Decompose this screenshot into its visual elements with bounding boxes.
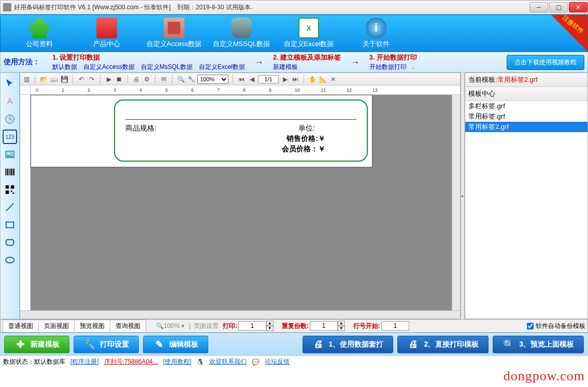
ribbon-about[interactable]: i关于软件	[342, 18, 410, 49]
tab-query[interactable]: 查询视图	[110, 320, 146, 332]
clock-tool[interactable]	[3, 112, 17, 126]
ellipse-tool[interactable]	[3, 253, 17, 267]
help-steps-row: 使用方法： 1. 设置打印数据默认数据 自定义Access数据 自定义MsSQL…	[0, 52, 588, 73]
vertical-ruler	[20, 95, 31, 310]
vertical-scrollbar[interactable]	[452, 95, 460, 310]
spin-down[interactable]: ▼	[266, 326, 274, 331]
left-toolbox: A 123	[0, 73, 20, 319]
text-tool[interactable]: A	[3, 94, 17, 109]
line-start-input[interactable]	[381, 321, 409, 331]
svg-rect-9	[6, 240, 14, 246]
pencil-icon: ✎	[153, 338, 165, 351]
line-tool[interactable]	[3, 200, 17, 214]
pointer-tool[interactable]	[3, 77, 17, 91]
arrow-icon: →	[351, 57, 360, 68]
app-icon	[3, 3, 11, 11]
register-corner[interactable]: 注册软件	[551, 15, 587, 51]
autobackup-checkbox[interactable]	[527, 323, 534, 329]
editor-toolbar: ▥ 📂 📖 💾 ↶ ↷ ▶ ⏹ 🖨 ⚙ ✉ 🔍 🔧 100% ⏮ ◀ ▶	[20, 73, 460, 85]
close-button[interactable]: ✕	[569, 2, 587, 12]
download-tutorial-button[interactable]: 点击下载使用视频教程	[507, 55, 584, 70]
spin-up[interactable]: ▲	[266, 321, 274, 326]
redo-icon[interactable]: ↷	[88, 75, 96, 83]
label-template[interactable]: 商品规格:单位: 销售价格:￥ 会员价格：￥	[114, 99, 368, 162]
direct-print-button[interactable]: 🖨2、直接打印模板	[397, 336, 489, 353]
contact-link[interactable]: 欢迎联系我们	[209, 357, 247, 366]
view-tabs-row: 普通视图 页面视图 预览视图 查询视图 🔍 100% ▾ | 页面设置 打印:▲…	[0, 319, 588, 333]
tool-icon[interactable]: 🔧	[187, 75, 195, 83]
ribbon-product[interactable]: 产品中心	[73, 18, 140, 49]
open-icon[interactable]: 📂	[39, 75, 48, 83]
undo-icon[interactable]: ↶	[77, 75, 85, 83]
horizontal-scrollbar[interactable]	[20, 310, 460, 319]
data-status: 数据状态：默认数据库	[3, 357, 65, 366]
maximize-button[interactable]: ▢	[549, 2, 568, 12]
stop-icon[interactable]: ⏹	[115, 75, 123, 83]
edit-template-button[interactable]: ✎编辑模板	[143, 336, 208, 353]
rect-tool[interactable]	[3, 218, 17, 232]
barcode-tool[interactable]	[3, 165, 17, 179]
printset-icon[interactable]: ⚙	[142, 75, 151, 83]
printer-icon: 🖨	[312, 338, 325, 351]
doclist-icon[interactable]: ▥	[22, 75, 31, 83]
first-page-icon[interactable]: ⏮	[237, 75, 246, 83]
pageset-link[interactable]: 页面设置	[194, 322, 219, 331]
key-icon	[164, 18, 184, 38]
help-step-1[interactable]: 1. 设置打印数据默认数据 自定义Access数据 自定义MsSQL数据 自定义…	[52, 53, 245, 71]
repeat-count-input[interactable]	[310, 321, 338, 331]
next-page-icon[interactable]: ▶	[281, 75, 289, 83]
tab-normal[interactable]: 普通视图	[3, 320, 39, 332]
close-doc-icon[interactable]: ✕	[329, 75, 337, 83]
template-item[interactable]: 常用标签.grf	[465, 111, 587, 122]
forum-icon: 💬	[252, 359, 260, 366]
save-icon[interactable]: 💾	[60, 75, 68, 83]
mail-icon[interactable]: ✉	[160, 75, 168, 83]
tab-page[interactable]: 页面视图	[38, 320, 75, 332]
template-item[interactable]: 常用标签2.grf	[465, 122, 587, 132]
sale-price-label: 销售价格:￥	[286, 134, 325, 144]
zoom-select[interactable]: 100%	[197, 75, 228, 84]
minimize-button[interactable]: ─	[529, 2, 548, 12]
help-step-3[interactable]: 3. 开始数据打印开始数据打印 .	[369, 53, 417, 71]
register-link[interactable]: [程序注册]	[70, 357, 99, 366]
page-input[interactable]	[258, 75, 279, 83]
ribbon-excel[interactable]: X自定义Excel数据	[275, 18, 342, 49]
house-icon	[29, 18, 50, 38]
ruler-icon[interactable]: 📐	[319, 75, 327, 83]
print-label: 打印:	[223, 322, 237, 331]
ribbon-mssql[interactable]: 自定义MSSQL数据	[208, 18, 275, 49]
image-tool[interactable]	[3, 147, 17, 162]
box-icon	[96, 18, 117, 38]
print-settings-button[interactable]: 🔧打印设置	[74, 336, 139, 353]
editor-area: ▥ 📂 📖 💾 ↶ ↷ ▶ ⏹ 🖨 ⚙ ✉ 🔍 🔧 100% ⏮ ◀ ▶	[20, 73, 461, 319]
number-tool[interactable]: 123	[3, 130, 17, 144]
print-count-input[interactable]	[238, 321, 266, 331]
prev-page-icon[interactable]: ◀	[248, 75, 256, 83]
roundrect-tool[interactable]	[3, 235, 17, 250]
exec-icon[interactable]: ▶	[105, 75, 113, 83]
print-icon[interactable]: 🖨	[132, 75, 140, 83]
template-center-header: 模板中心	[465, 87, 587, 101]
window-title: 好用条码标签打印软件 V6.1 [Www.zj500.com - 恒泰软件] 到…	[14, 3, 528, 12]
last-page-icon[interactable]: ⏭	[291, 75, 299, 83]
splitter-handle[interactable]: ▸	[461, 73, 465, 319]
forum-link[interactable]: 论坛反馈	[265, 357, 290, 366]
tab-preview[interactable]: 预览视图	[74, 320, 110, 332]
qrcode-tool[interactable]	[3, 182, 17, 197]
main-ribbon: 公司资料 产品中心 自定义Access数据 自定义MSSQL数据 X自定义Exc…	[0, 15, 588, 52]
database-icon	[231, 18, 252, 38]
data-print-button[interactable]: 🖨1、使用数据套打	[303, 336, 394, 353]
preview-button[interactable]: 🔍3、预览上面模板	[493, 336, 584, 353]
window-titlebar: 好用条码标签打印软件 V6.1 [Www.zj500.com - 恒泰软件] 到…	[0, 0, 588, 15]
ribbon-company[interactable]: 公司资料	[6, 18, 73, 49]
ribbon-access[interactable]: 自定义Access数据	[140, 18, 208, 49]
new-template-button[interactable]: ✚新建模板	[4, 336, 69, 353]
tutorial-link[interactable]: [使用教程]	[163, 357, 192, 366]
svg-rect-7	[13, 193, 15, 194]
help-step-2[interactable]: 2. 建立模板及添加标签新建模板	[273, 53, 341, 71]
template-item[interactable]: 多栏标签.grf	[465, 101, 587, 111]
hand-icon[interactable]: ✋	[308, 75, 317, 83]
canvas-background[interactable]: 商品规格:单位: 销售价格:￥ 会员价格：￥	[31, 95, 452, 310]
book-icon[interactable]: 📖	[50, 75, 58, 83]
find-icon[interactable]: 🔍	[177, 75, 185, 83]
